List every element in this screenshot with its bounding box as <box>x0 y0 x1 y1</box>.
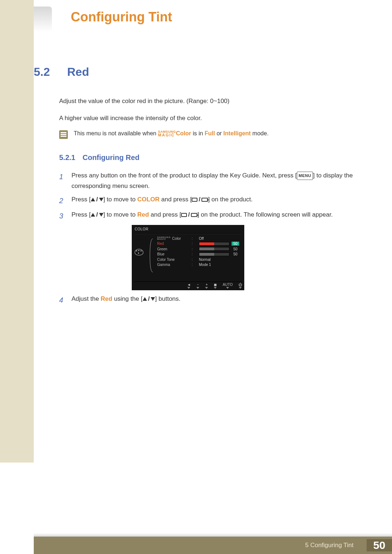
osd-colons: :::::: <box>192 237 195 267</box>
step-3-num: 3 <box>59 210 65 222</box>
s3-d: ] on the product. The following screen w… <box>197 211 333 218</box>
osd-auto-label: AUTO <box>222 283 233 289</box>
note-full: Full <box>205 130 215 136</box>
palette-icon <box>135 249 143 255</box>
s2-d: ] on the product. <box>208 196 253 203</box>
intro-block: Adjust the value of the color red in the… <box>59 96 357 124</box>
osd-plus-icon: + <box>205 283 208 289</box>
osd-label-red: Red <box>157 242 188 246</box>
osd-label-magic: SAMSUNGMAGIC Color <box>157 237 188 241</box>
section-title: Red <box>67 65 89 79</box>
magic-bot: MAGIC <box>158 134 176 137</box>
step-4: 4 Adjust the Red using the [/] buttons. <box>59 294 357 306</box>
step-3-text: Press [/] to move to Red and press [/] o… <box>72 210 333 222</box>
osd-red-value: 50 <box>232 242 239 246</box>
enter-source-icon: / <box>181 210 197 220</box>
steps-list: 1 Press any button on the front of the p… <box>59 171 357 306</box>
step-1-num: 1 <box>59 171 65 192</box>
osd-val-gamma: Mode 1 <box>199 263 241 267</box>
osd-label-tone: Color Tone <box>157 258 188 262</box>
main-content: 5.2 Red Adjust the value of the color re… <box>34 65 357 309</box>
osd-back-icon: ◄ <box>187 283 191 289</box>
footer-shadow <box>34 533 392 537</box>
osd-title: COLOR <box>132 225 244 233</box>
up-down-icon: / <box>143 294 155 304</box>
s2-a: Press [ <box>72 196 91 203</box>
s3-b: ] to move to <box>103 211 138 218</box>
page-title: Configuring Tint <box>71 9 172 25</box>
magic-suffix: Color <box>176 130 191 136</box>
s2-c: and press [ <box>160 196 192 203</box>
osd-power-icon: ⏻ <box>238 283 242 289</box>
osd-blue-value: 50 <box>232 252 239 256</box>
section-number: 5.2 <box>34 65 56 79</box>
subsection-number: 5.2.1 <box>59 153 75 162</box>
note-row: This menu is not available when SAMSUNG … <box>59 130 357 139</box>
enter-source-icon: / <box>192 194 208 205</box>
osd-labels: SAMSUNGMAGIC Color Red Green Blue Color … <box>157 237 188 267</box>
note-icon <box>59 130 68 139</box>
osd-val-tone: Normal <box>199 258 241 262</box>
note-or: or <box>217 130 224 136</box>
osd-values: Off 50 50 50 Normal Mode 1 <box>199 237 241 267</box>
osd-val-red: 50 <box>199 242 241 246</box>
osd-label-gamma: Gamma <box>157 263 188 267</box>
step-2-num: 2 <box>59 194 65 207</box>
note-intelligent: Intelligent <box>223 130 251 136</box>
step-4-num: 4 <box>59 294 65 306</box>
note-text: This menu is not available when SAMSUNG … <box>74 130 269 137</box>
s2-b: ] to move to <box>103 196 138 203</box>
osd-bracket <box>149 237 154 267</box>
osd-screenshot: COLOR SAMSUNGMAGIC Color Red <box>132 225 244 290</box>
subsection-title: Configuring Red <box>82 153 139 162</box>
osd-icon-column <box>135 237 146 267</box>
osd-val-magic: Off <box>199 237 241 241</box>
up-down-icon: / <box>91 210 103 220</box>
samsung-magic-logo: SAMSUNG MAGIC <box>158 131 176 137</box>
osd-minus-icon: − <box>196 283 199 289</box>
note-mid: is in <box>193 130 205 136</box>
s4-a: Adjust the <box>72 295 101 302</box>
osd-green-value: 50 <box>232 247 239 251</box>
osd-footer: ◄ − + ◼ AUTO ⏻ <box>134 282 242 289</box>
chapter-tab <box>34 7 52 32</box>
footer-page-number: 50 <box>367 539 392 551</box>
s4-c: ] buttons. <box>155 295 180 302</box>
note-end: mode. <box>252 130 268 136</box>
step-2: 2 Press [/] to move to COLOR and press [… <box>59 194 357 207</box>
footer-path: 5 Configuring Tint <box>305 542 360 549</box>
osd-separator <box>134 233 242 234</box>
step-3: 3 Press [/] to move to Red and press [/]… <box>59 210 357 222</box>
step-2-text: Press [/] to move to COLOR and press [/]… <box>72 194 253 207</box>
left-rail <box>0 0 34 463</box>
osd-val-blue: 50 <box>199 252 241 256</box>
step-1-text: Press any button on the front of the pro… <box>72 171 357 192</box>
s4-red: Red <box>101 295 112 302</box>
subsection-heading: 5.2.1 Configuring Red <box>59 153 357 162</box>
osd-enter-icon: ◼ <box>214 283 217 289</box>
intro-line-2: A higher value will increase the intensi… <box>59 113 357 124</box>
osd-val-green: 50 <box>199 247 241 251</box>
s1-a: Press any button on the front of the pro… <box>72 172 297 179</box>
section-heading: 5.2 Red <box>34 65 357 79</box>
intro-line-1: Adjust the value of the color red in the… <box>59 96 357 107</box>
step-1: 1 Press any button on the front of the p… <box>59 171 357 192</box>
osd-label-blue: Blue <box>157 252 188 256</box>
s4-b: using the [ <box>112 295 142 302</box>
menu-button-icon: MENU <box>297 172 313 180</box>
s3-c: and press [ <box>149 211 181 218</box>
note-pre: This menu is not available when <box>74 130 158 136</box>
s2-color: COLOR <box>137 196 159 203</box>
footer-band: 5 Configuring Tint 50 <box>34 537 392 554</box>
osd-label-green: Green <box>157 247 188 251</box>
step-4-text: Adjust the Red using the [/] buttons. <box>72 294 180 306</box>
s3-red: Red <box>137 211 149 218</box>
s3-a: Press [ <box>72 211 91 218</box>
up-down-icon: / <box>91 194 103 205</box>
osd-body: SAMSUNGMAGIC Color Red Green Blue Color … <box>132 237 244 267</box>
